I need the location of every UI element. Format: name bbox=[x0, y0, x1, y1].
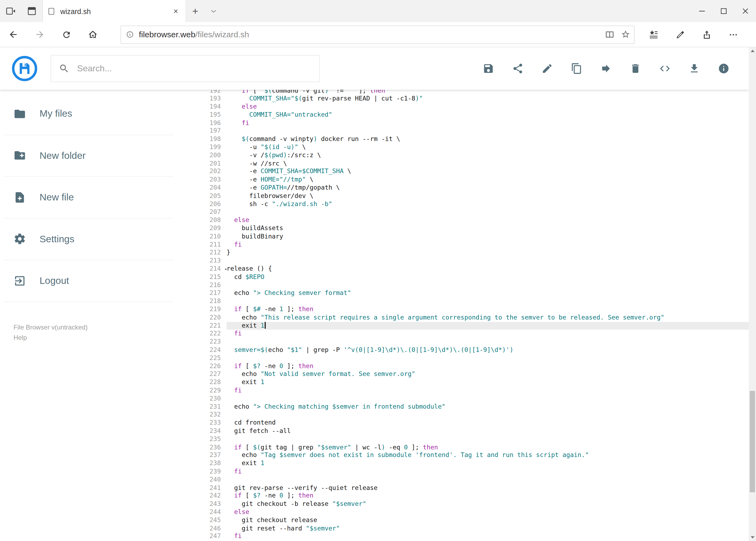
code-line[interactable]: 193 COMMIT_SHA="$(git rev-parse HEAD | c… bbox=[195, 95, 749, 103]
code-line-content[interactable]: else bbox=[227, 216, 749, 225]
code-line[interactable]: 209 buildAssets bbox=[195, 225, 749, 233]
code-line-content[interactable]: echo "> Checking matching $semver in fro… bbox=[227, 403, 749, 411]
code-line[interactable]: 228 exit 1 bbox=[195, 378, 749, 386]
code-line-content[interactable]: git fetch --all bbox=[227, 427, 749, 435]
code-line-content[interactable]: sh -c "./wizard.sh -b" bbox=[227, 200, 749, 208]
code-line[interactable]: 221 exit 1 bbox=[195, 322, 749, 330]
code-line[interactable]: 220 echo "This release script requires a… bbox=[195, 313, 749, 322]
code-line[interactable]: 245 git checkout release bbox=[195, 516, 749, 524]
code-line[interactable]: 217 echo "> Checking semver format" bbox=[195, 289, 749, 297]
code-line-content[interactable]: } bbox=[227, 249, 749, 257]
code-line[interactable]: 226 if [ $? -ne 0 ]; then bbox=[195, 362, 749, 370]
code-line[interactable]: 198 $(command -v winpty) docker run --rm… bbox=[195, 135, 749, 144]
info-button[interactable] bbox=[718, 63, 730, 74]
code-line-content[interactable]: if [ $(git tag | grep "$semver" | wc -l)… bbox=[227, 443, 749, 451]
code-line[interactable]: 241 git rev-parse --verify --quiet relea… bbox=[195, 484, 749, 492]
code-line-content[interactable]: git rev-parse --verify --quiet release bbox=[227, 484, 749, 492]
code-line-content[interactable]: -v /$(pwd):/src:z \ bbox=[227, 152, 749, 160]
search-box[interactable] bbox=[51, 55, 320, 82]
code-line-content[interactable]: filebrowser/dev \ bbox=[227, 192, 749, 200]
code-line-content[interactable]: exit 1 bbox=[227, 459, 749, 467]
code-line-content[interactable] bbox=[227, 338, 749, 346]
code-line-content[interactable]: $(command -v winpty) docker run --rm -it… bbox=[227, 135, 749, 144]
fold-marker-icon[interactable]: ▾ bbox=[225, 266, 227, 273]
code-line[interactable]: 192 if [ "$(command -v git)" != "" ]; th… bbox=[195, 90, 749, 95]
sidebar-item-my-files[interactable]: My files bbox=[4, 93, 173, 135]
code-line[interactable]: 214▾release () { bbox=[195, 265, 749, 273]
save-button[interactable] bbox=[483, 63, 494, 74]
code-line-content[interactable] bbox=[227, 281, 749, 289]
code-line[interactable]: 225 bbox=[195, 354, 749, 362]
code-line[interactable]: 236 if [ $(git tag | grep "$semver" | wc… bbox=[195, 443, 749, 451]
code-line-content[interactable]: -e COMMIT_SHA=$COMMIT_SHA \ bbox=[227, 168, 749, 176]
code-line-content[interactable]: -u "$(id -u)" \ bbox=[227, 144, 749, 152]
code-line-content[interactable]: echo "Not valid semver format. See semve… bbox=[227, 370, 749, 378]
home-button[interactable] bbox=[80, 29, 106, 40]
code-area[interactable]: 192 if [ "$(command -v git)" != "" ]; th… bbox=[195, 90, 749, 540]
code-line-content[interactable] bbox=[227, 411, 749, 419]
code-line[interactable]: 207 bbox=[195, 208, 749, 216]
sidebar-item-settings[interactable]: Settings bbox=[4, 219, 173, 261]
code-line[interactable]: 222 fi bbox=[195, 330, 749, 338]
code-line[interactable]: 218 bbox=[195, 297, 749, 305]
code-line[interactable]: 231 echo "> Checking matching $semver in… bbox=[195, 403, 749, 411]
edit-button[interactable] bbox=[541, 63, 553, 74]
code-line-content[interactable]: exit 1 bbox=[227, 322, 749, 330]
code-line[interactable]: 242 if [ $? -ne 0 ]; then bbox=[195, 492, 749, 500]
minimize-button[interactable] bbox=[691, 0, 712, 22]
code-line-content[interactable]: else bbox=[227, 103, 749, 111]
back-button[interactable] bbox=[0, 29, 26, 40]
maximize-button[interactable] bbox=[712, 0, 734, 22]
code-line-content[interactable] bbox=[227, 257, 749, 265]
code-line[interactable]: 196 fi bbox=[195, 119, 749, 127]
code-line[interactable]: 244 else bbox=[195, 508, 749, 516]
code-view-button[interactable] bbox=[659, 63, 671, 74]
code-line[interactable]: 224 semver=$(echo "$1" | grep -P '^v(0|[… bbox=[195, 346, 749, 354]
code-line[interactable]: 201 -w //src \ bbox=[195, 160, 749, 168]
code-line[interactable]: 208 else bbox=[195, 216, 749, 225]
code-line[interactable]: 200 -v /$(pwd):/src:z \ bbox=[195, 152, 749, 160]
reading-view-icon[interactable] bbox=[605, 30, 614, 39]
code-line-content[interactable] bbox=[227, 395, 749, 403]
code-line-content[interactable] bbox=[227, 297, 749, 305]
code-line-content[interactable]: fi bbox=[227, 467, 749, 476]
code-line[interactable]: 230 bbox=[195, 395, 749, 403]
tab-chevron-button[interactable] bbox=[204, 0, 223, 22]
code-line[interactable]: 212} bbox=[195, 249, 749, 257]
browser-tab[interactable]: wizard.sh ✕ bbox=[42, 0, 186, 22]
vertical-scrollbar[interactable] bbox=[749, 47, 756, 541]
code-line[interactable]: 243 git checkout -b release "$semver" bbox=[195, 500, 749, 508]
code-line[interactable]: 213 bbox=[195, 257, 749, 265]
code-line[interactable]: 202 -e COMMIT_SHA=$COMMIT_SHA \ bbox=[195, 168, 749, 176]
code-line[interactable]: 215 cd $REPO bbox=[195, 273, 749, 281]
code-line[interactable]: 233 cd frontend bbox=[195, 419, 749, 427]
share-page-button[interactable] bbox=[693, 29, 720, 40]
code-line[interactable]: 204 -e GOPATH=//tmp/gopath \ bbox=[195, 184, 749, 192]
more-button[interactable] bbox=[720, 29, 746, 40]
code-line[interactable]: 240 bbox=[195, 476, 749, 484]
site-info-icon[interactable] bbox=[126, 31, 134, 39]
code-line[interactable]: 232 bbox=[195, 411, 749, 419]
tab-close-icon[interactable]: ✕ bbox=[170, 6, 181, 17]
search-input[interactable] bbox=[76, 63, 290, 74]
code-line-content[interactable]: if [ $# -ne 1 ]; then bbox=[227, 305, 749, 313]
code-line-content[interactable] bbox=[227, 208, 749, 216]
code-line[interactable]: 195 COMMIT_SHA="untracked" bbox=[195, 111, 749, 119]
code-line-content[interactable]: cd $REPO bbox=[227, 273, 749, 281]
tabs-preview-button[interactable] bbox=[21, 0, 43, 22]
code-line[interactable]: 227 echo "Not valid semver format. See s… bbox=[195, 370, 749, 378]
code-line-content[interactable]: git reset --hard "$semver" bbox=[227, 524, 749, 532]
code-line-content[interactable]: echo "> Checking semver format" bbox=[227, 289, 749, 297]
code-line[interactable]: 239 fi bbox=[195, 467, 749, 476]
version-link[interactable]: File Browser v(untracked) bbox=[14, 322, 195, 332]
code-line-content[interactable]: git checkout release bbox=[227, 516, 749, 524]
code-editor[interactable]: 192 if [ "$(command -v git)" != "" ]; th… bbox=[195, 90, 749, 541]
code-line-content[interactable]: fi bbox=[227, 119, 749, 127]
code-line[interactable]: 210 buildBinary bbox=[195, 233, 749, 241]
code-line[interactable]: 206 sh -c "./wizard.sh -b" bbox=[195, 200, 749, 208]
code-line-content[interactable]: buildBinary bbox=[227, 233, 749, 241]
new-tab-button[interactable]: + bbox=[186, 0, 205, 22]
code-line[interactable]: 229 fi bbox=[195, 386, 749, 395]
refresh-button[interactable] bbox=[53, 30, 79, 39]
code-line[interactable]: 238 exit 1 bbox=[195, 459, 749, 467]
